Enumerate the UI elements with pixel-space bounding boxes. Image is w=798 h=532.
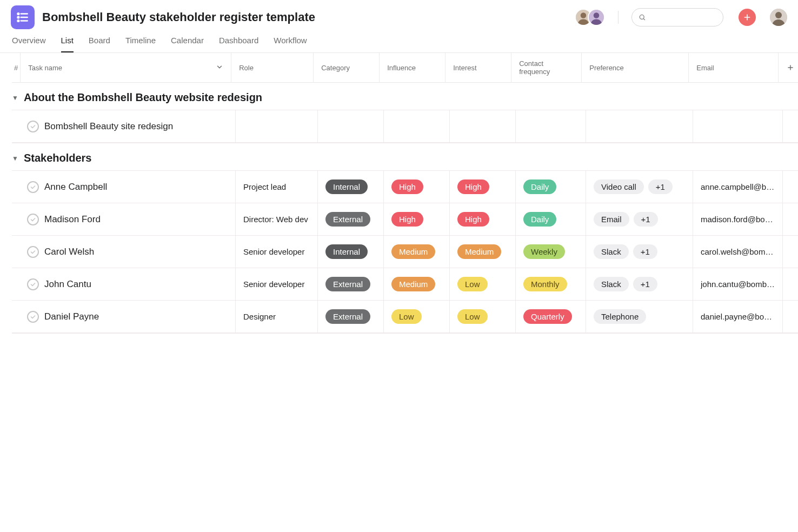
interest-cell[interactable]: [450, 110, 516, 142]
member-avatars[interactable]: [579, 9, 605, 26]
column-index[interactable]: #: [12, 53, 21, 82]
email-cell[interactable]: john.cantu@bombs...: [693, 268, 783, 300]
complete-toggle[interactable]: [27, 278, 39, 290]
tab-workflow[interactable]: Workflow: [274, 36, 307, 52]
frequency-cell[interactable]: Weekly: [516, 236, 586, 268]
column-preference[interactable]: Preference: [582, 53, 689, 82]
current-user-avatar[interactable]: [770, 9, 787, 26]
preference-cell[interactable]: Slack+1: [586, 236, 693, 268]
preference-cell[interactable]: Email+1: [586, 203, 693, 235]
interest-cell[interactable]: Low: [450, 268, 516, 300]
preference-pill: Email: [594, 212, 629, 227]
email-cell[interactable]: daniel.payne@bom...: [693, 301, 783, 332]
interest-cell[interactable]: High: [450, 171, 516, 203]
column-email[interactable]: Email: [689, 53, 779, 82]
chevron-down-icon[interactable]: [216, 63, 223, 72]
svg-point-15: [775, 12, 782, 18]
search-field[interactable]: [650, 13, 716, 22]
category-cell[interactable]: External: [318, 268, 384, 300]
add-button[interactable]: [739, 9, 756, 26]
collapse-icon[interactable]: ▼: [12, 155, 18, 162]
project-icon[interactable]: [11, 5, 35, 29]
complete-toggle[interactable]: [27, 181, 39, 193]
influence-cell[interactable]: Medium: [384, 268, 450, 300]
role-value: Project lead: [243, 182, 286, 191]
column-category[interactable]: Category: [314, 53, 380, 82]
tab-list[interactable]: List: [61, 36, 74, 52]
table-row[interactable]: Daniel PayneDesignerExternalLowLowQuarte…: [12, 300, 798, 333]
role-cell[interactable]: Director: Web dev: [236, 203, 318, 235]
search-input[interactable]: [631, 8, 723, 26]
column-contact-frequency[interactable]: Contact frequency: [511, 53, 582, 82]
complete-toggle[interactable]: [27, 214, 39, 225]
avatar[interactable]: [588, 9, 605, 26]
column-interest[interactable]: Interest: [445, 53, 511, 82]
frequency-cell[interactable]: Quarterly: [516, 301, 586, 332]
interest-pill: Low: [457, 309, 488, 324]
preference-cell[interactable]: Slack+1: [586, 268, 693, 300]
column-task-name[interactable]: Task name: [21, 53, 231, 82]
interest-cell[interactable]: Medium: [450, 236, 516, 268]
complete-toggle[interactable]: [27, 311, 39, 323]
preference-cell[interactable]: Video call+1: [586, 171, 693, 203]
role-cell[interactable]: Senior developer: [236, 268, 318, 300]
frequency-cell[interactable]: [516, 110, 586, 142]
category-cell[interactable]: [318, 110, 384, 142]
collapse-icon[interactable]: ▼: [12, 94, 18, 102]
influence-cell[interactable]: Medium: [384, 236, 450, 268]
role-cell[interactable]: Designer: [236, 301, 318, 332]
email-cell[interactable]: carol.welsh@bombs...: [693, 236, 783, 268]
email-cell[interactable]: [693, 110, 783, 142]
influence-cell[interactable]: High: [384, 171, 450, 203]
column-influence[interactable]: Influence: [380, 53, 445, 82]
plus-icon: [787, 64, 794, 71]
category-cell[interactable]: Internal: [318, 236, 384, 268]
tab-timeline[interactable]: Timeline: [125, 36, 156, 52]
trailing-cell: [783, 268, 798, 300]
task-name-cell[interactable]: Daniel Payne: [12, 301, 236, 332]
influence-cell[interactable]: [384, 110, 450, 142]
interest-pill: High: [457, 179, 489, 194]
task-name-cell[interactable]: Madison Ford: [12, 203, 236, 235]
section-header[interactable]: ▼Stakeholders: [12, 143, 798, 171]
role-cell[interactable]: [236, 110, 318, 142]
preference-cell[interactable]: Telephone: [586, 301, 693, 332]
task-name-cell[interactable]: Bombshell Beauty site redesign: [12, 110, 236, 142]
complete-toggle[interactable]: [27, 246, 39, 258]
column-role[interactable]: Role: [231, 53, 314, 82]
complete-toggle[interactable]: [27, 121, 39, 132]
frequency-cell[interactable]: Daily: [516, 171, 586, 203]
add-column-button[interactable]: [779, 53, 798, 82]
role-cell[interactable]: Project lead: [236, 171, 318, 203]
tab-overview[interactable]: Overview: [12, 36, 46, 52]
influence-cell[interactable]: High: [384, 203, 450, 235]
task-name-cell[interactable]: John Cantu: [12, 268, 236, 300]
category-cell[interactable]: External: [318, 203, 384, 235]
interest-cell[interactable]: High: [450, 203, 516, 235]
tab-board[interactable]: Board: [89, 36, 110, 52]
frequency-cell[interactable]: Daily: [516, 203, 586, 235]
interest-cell[interactable]: Low: [450, 301, 516, 332]
table-row[interactable]: Bombshell Beauty site redesign: [12, 110, 798, 143]
table-row[interactable]: John CantuSenior developerExternalMedium…: [12, 268, 798, 301]
tab-calendar[interactable]: Calendar: [171, 36, 204, 52]
divider: [618, 11, 619, 24]
category-pill: External: [325, 309, 370, 324]
table-row[interactable]: Anne CampbellProject leadInternalHighHig…: [12, 170, 798, 203]
task-name-cell[interactable]: Anne Campbell: [12, 171, 236, 203]
influence-cell[interactable]: Low: [384, 301, 450, 332]
category-pill: Internal: [325, 179, 368, 194]
tab-dashboard[interactable]: Dashboard: [219, 36, 258, 52]
table-row[interactable]: Madison FordDirector: Web devExternalHig…: [12, 203, 798, 236]
task-name-cell[interactable]: Carol Welsh: [12, 236, 236, 268]
table-row[interactable]: Carol WelshSenior developerInternalMediu…: [12, 235, 798, 268]
email-cell[interactable]: anne.campbell@bo...: [693, 171, 783, 203]
category-cell[interactable]: Internal: [318, 171, 384, 203]
category-pill: Internal: [325, 244, 368, 259]
section-header[interactable]: ▼About the Bombshell Beauty website rede…: [12, 83, 798, 110]
email-cell[interactable]: madison.ford@bom...: [693, 203, 783, 235]
preference-cell[interactable]: [586, 110, 693, 142]
role-cell[interactable]: Senior developer: [236, 236, 318, 268]
frequency-cell[interactable]: Monthly: [516, 268, 586, 300]
category-cell[interactable]: External: [318, 301, 384, 332]
